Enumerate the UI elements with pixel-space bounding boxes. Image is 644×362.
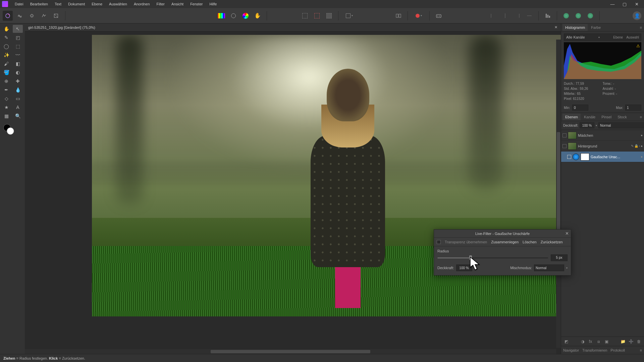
cloud-sync3-button[interactable] — [585, 11, 595, 21]
reset-button[interactable]: Zurücksetzen — [541, 240, 563, 244]
menu-anordnen[interactable]: Anordnen — [130, 1, 153, 7]
persona-develop-button[interactable] — [27, 11, 37, 21]
arrange-button[interactable] — [393, 11, 404, 21]
cloud-sync2-button[interactable] — [573, 11, 583, 21]
histogram-max-input[interactable] — [625, 105, 641, 111]
tab-pinsel[interactable]: Pinsel — [599, 114, 614, 120]
layer-row-maedchen[interactable]: Mädchen ● — [561, 130, 644, 141]
menu-fenster[interactable]: Fenster — [187, 1, 206, 7]
layer-row-gaussblur[interactable]: Gaußsche Unsc... ● — [561, 152, 644, 162]
persona-photo-button[interactable] — [3, 11, 13, 21]
canvas-viewport[interactable] — [25, 32, 561, 354]
menu-datei[interactable]: Datei — [11, 1, 27, 7]
menu-auswaehlen[interactable]: Auswählen — [106, 1, 130, 7]
panel-menu-icon[interactable]: ≡ — [640, 348, 642, 352]
align-right-button[interactable] — [512, 11, 522, 21]
maximize-button[interactable]: ▢ — [619, 1, 630, 7]
zoom-tool[interactable]: 🔍 — [13, 112, 23, 120]
tab-transformieren[interactable]: Transformieren — [582, 348, 607, 352]
menu-ansicht[interactable]: Ansicht — [168, 1, 187, 7]
tab-ebenen[interactable]: Ebenen — [562, 114, 581, 120]
layer-visibility-checkbox[interactable] — [562, 133, 567, 137]
document-tab[interactable]: girl-535251_1920.jpg [Geändert] (75,0%) — [28, 25, 95, 29]
align-more-button[interactable] — [524, 11, 534, 21]
layer-visibility-checkbox[interactable] — [567, 155, 571, 159]
layer-visibility-checkbox[interactable] — [562, 144, 567, 148]
layer-fx-button[interactable]: fx — [588, 339, 594, 345]
tab-stock[interactable]: Stock — [615, 114, 630, 120]
layer-row-hintergrund[interactable]: Hintergrund ✎ 🔒 › ● — [561, 141, 644, 152]
tab-protokoll[interactable]: Protokoll — [610, 348, 625, 352]
menu-filter[interactable]: Filter — [153, 1, 168, 7]
cloud-sync1-button[interactable] — [561, 11, 571, 21]
order-button[interactable] — [543, 11, 553, 21]
foreground-color-swatch[interactable] — [7, 127, 14, 135]
blend-mode-select[interactable] — [598, 122, 644, 128]
layer-livefilter-button[interactable]: ⧈ — [596, 339, 602, 345]
live-filter-dialog[interactable]: Live-Filter - Gaußsche Unschärfe ✕ Trans… — [434, 229, 571, 276]
radius-value-input[interactable]: 5 px — [551, 254, 568, 261]
persona-export-button[interactable] — [51, 11, 61, 21]
swatches-gradient-button[interactable] — [216, 11, 226, 21]
color-picker-tool[interactable]: ✎ — [1, 34, 11, 42]
erase-tool[interactable]: ◧ — [13, 60, 23, 68]
persona-tonemap-button[interactable] — [39, 11, 49, 21]
assistant-button[interactable] — [434, 11, 444, 21]
panel-menu-icon[interactable]: ≡ — [640, 115, 644, 119]
layer-mask-button[interactable]: ◩ — [563, 339, 569, 345]
freehand-select-tool[interactable]: 〰 — [13, 51, 23, 59]
dodge-tool[interactable]: ◐ — [13, 68, 23, 76]
vertical-scrollbar[interactable] — [556, 40, 561, 348]
align-left-button[interactable] — [488, 11, 498, 21]
paint-brush-tool[interactable]: 🖌 — [1, 60, 11, 68]
radius-slider-handle[interactable] — [469, 255, 472, 260]
layer-link-icon[interactable]: › — [639, 144, 640, 148]
tab-histogramm[interactable]: Histogramm — [562, 24, 588, 31]
color-swatch[interactable] — [1, 124, 23, 136]
layer-group-button[interactable]: 📁 — [620, 339, 626, 345]
dialog-blend-select[interactable] — [534, 264, 564, 271]
preserve-alpha-checkbox[interactable] — [437, 240, 441, 244]
view-tool[interactable]: ✋ — [1, 25, 11, 33]
insert-target-dropdown[interactable]: ▾ — [342, 11, 356, 21]
selection-brush-tool[interactable]: ◯ — [1, 42, 11, 50]
histogram-min-input[interactable] — [572, 105, 588, 111]
menu-hilfe[interactable]: Hilfe — [206, 1, 220, 7]
healing-tool[interactable]: ✚ — [13, 77, 23, 85]
invert-selection-button[interactable] — [324, 11, 334, 21]
menu-ebene[interactable]: Ebene — [88, 1, 106, 7]
shape-tool[interactable]: ▭ — [13, 95, 23, 103]
smudge-tool[interactable]: 💧 — [13, 86, 23, 94]
quickmask-button[interactable]: ✋ — [253, 11, 263, 21]
select-all-button[interactable] — [300, 11, 310, 21]
menu-text[interactable]: Text — [51, 1, 65, 7]
radius-slider[interactable] — [437, 255, 548, 261]
histogram-channel-dropdown[interactable]: Alle Kanäle ▾ Ebene Auswahl — [564, 34, 641, 41]
layer-mask2-button[interactable]: ▣ — [604, 339, 610, 345]
dialog-titlebar[interactable]: Live-Filter - Gaußsche Unschärfe ✕ — [434, 230, 571, 238]
layer-lock-icon[interactable]: 🔒 — [634, 144, 638, 148]
histogram-scope-ebene[interactable]: Ebene — [613, 36, 623, 39]
layer-delete-button[interactable]: 🗑 — [636, 339, 642, 345]
pen-tool[interactable]: ✒ — [1, 86, 11, 94]
menu-dokument[interactable]: Dokument — [65, 1, 88, 7]
opacity-input[interactable] — [580, 122, 594, 128]
document-tab-close[interactable]: ✕ — [554, 25, 557, 29]
panel-menu-icon[interactable]: ≡ — [640, 25, 644, 29]
delete-button[interactable]: Löschen — [523, 240, 537, 244]
dialog-close-button[interactable]: ✕ — [565, 231, 569, 236]
grid-tool[interactable]: ▦ — [1, 112, 11, 120]
fill-tool[interactable]: 🪣 — [1, 68, 11, 76]
merge-button[interactable]: Zusammenlegen — [491, 240, 519, 244]
align-center-button[interactable] — [500, 11, 510, 21]
tab-navigator[interactable]: Navigator — [563, 348, 579, 352]
colorwheel-button[interactable] — [240, 11, 251, 21]
close-button[interactable]: ✕ — [631, 1, 642, 7]
persona-liquify-button[interactable] — [15, 11, 25, 21]
star-tool[interactable]: ★ — [1, 103, 11, 111]
tab-farbe[interactable]: Farbe — [588, 24, 603, 31]
text-tool[interactable]: A — [13, 103, 23, 111]
histogram-scope-auswahl[interactable]: Auswahl — [626, 36, 639, 39]
minimize-button[interactable]: — — [607, 1, 618, 7]
tab-kanaele[interactable]: Kanäle — [581, 114, 598, 120]
